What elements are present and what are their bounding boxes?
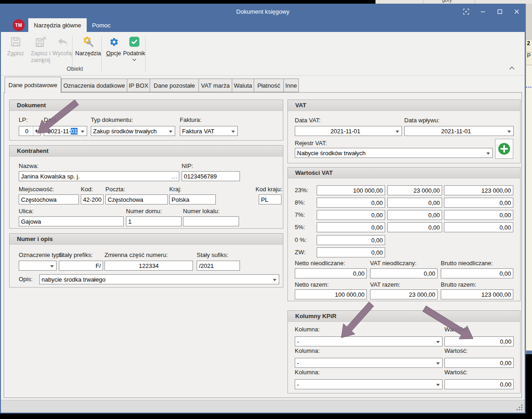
tab-platnosc[interactable]: Płatność (254, 79, 284, 92)
titlebar[interactable]: Dokument księgowy (1, 5, 525, 18)
ulica-input[interactable]: Gajowa (19, 216, 124, 226)
tab-ip-box[interactable]: IP BOX (127, 79, 150, 92)
browse-button[interactable]: ... (172, 173, 177, 180)
tab-dane-pozostale[interactable]: Dane pozostałe (150, 79, 199, 92)
vat23-brutto-input[interactable]: 123 000,00 (444, 185, 513, 195)
minimize-icon[interactable] (479, 8, 486, 15)
vat8-netto-input[interactable]: 0,00 (317, 198, 385, 208)
kolumna-select-1[interactable]: - (295, 336, 443, 346)
data-date-picker[interactable]: 2021-11-01 (44, 126, 87, 136)
tab-oznaczenia-dodatkowe[interactable]: Oznaczenia dodatkowe (61, 79, 127, 92)
data-vat-value: 2021-11-01 (330, 128, 360, 135)
ribbon-tab-narzedzia-glowne[interactable]: Narzędzia główne (28, 18, 87, 32)
netto-nieodliczane-label: Netto nieodliczane: (295, 260, 345, 267)
netto-razem-label: Netto razem: (295, 281, 329, 288)
kolumna-select-2[interactable]: - (295, 358, 443, 368)
fit-window-icon[interactable] (462, 8, 469, 15)
spinner-arrows-icon[interactable] (33, 126, 40, 136)
plus-icon (497, 142, 511, 156)
wartosc-label: Wartość: (444, 369, 468, 376)
app-logo[interactable]: TM (13, 19, 25, 31)
close-icon[interactable] (513, 8, 520, 15)
vat7-netto-input[interactable]: 0,00 (317, 210, 385, 220)
vat5-netto-input[interactable]: 0,00 (317, 222, 385, 232)
date-text: 2021-11- (47, 128, 71, 135)
data-vat-picker[interactable]: 2021-11-01 (295, 126, 402, 136)
typ-dokumentu-select[interactable]: Zakup środków trwałych (91, 126, 175, 136)
nip-input[interactable]: 0123456789 (182, 171, 240, 181)
kod-kraju-input[interactable]: PL (259, 194, 282, 204)
brutto-nieodliczane-input[interactable]: 0,00 (441, 268, 513, 278)
vat23-vat-input[interactable]: 23 000,00 (387, 185, 442, 195)
vat8-vat-input[interactable]: 0,00 (387, 198, 442, 208)
ulica-label: Ulica: (19, 208, 34, 215)
oznaczenie-typu-select[interactable] (19, 261, 57, 271)
data-vat-label: Data VAT: (295, 117, 321, 124)
group-kontrahent-header: Kontrahent (10, 146, 283, 157)
group-dokument: Dokument LP: 0 Data: 2021-11-01 Typ doku… (9, 100, 283, 141)
wartosc-input-2[interactable]: 0,00 (444, 358, 514, 368)
tab-vat-marza[interactable]: VAT marża (198, 79, 232, 92)
vat0-netto-input[interactable]: 0,00 (317, 235, 385, 245)
faktura-select[interactable]: Faktura VAT (180, 126, 238, 136)
chevron-down-icon (436, 362, 440, 367)
numer-domu-value: 1 (128, 218, 131, 225)
nazwa-input[interactable]: Janina Kowalska sp. j. ... (19, 171, 179, 181)
numer-domu-input[interactable]: 1 (126, 216, 182, 226)
vat23-netto-input[interactable]: 100 000,00 (317, 185, 385, 195)
numer-lokalu-input[interactable] (183, 216, 239, 226)
zmienna-czesc-input[interactable]: 122334 (104, 261, 193, 271)
vat5-vat-input[interactable]: 0,00 (387, 222, 442, 232)
nazwa-value: Janina Kowalska sp. j. (21, 173, 80, 180)
vat-razem-input[interactable]: 23 000,00 (370, 289, 438, 299)
background-band (526, 351, 532, 354)
maximize-icon[interactable] (496, 8, 503, 15)
vat8-brutto-input[interactable]: 0,00 (444, 198, 513, 208)
numer-domu-label: Numer domu: (126, 208, 162, 215)
lp-spinner[interactable]: 0 (19, 126, 41, 136)
miejscowosc-input[interactable]: Częstochowa (19, 194, 79, 204)
background-grid-cell: P (526, 52, 532, 65)
resize-grip[interactable] (516, 404, 522, 410)
staly-sufiks-input[interactable]: /2021 (197, 261, 240, 271)
vat-rate-label: 5%: (295, 224, 305, 230)
status-bar (1, 400, 525, 413)
ribbon-tab-pomoc[interactable]: Pomoc (87, 18, 116, 32)
wartosc-input-3[interactable]: 0,00 (444, 379, 514, 389)
kod-input[interactable]: 42-200 (81, 194, 104, 204)
vat7-vat-input[interactable]: 0,00 (387, 210, 442, 220)
chevron-down-icon (486, 152, 490, 157)
kod-kraju-value: PL (261, 196, 268, 203)
group-numer-i-opis: Numer i opis Oznaczenie typu: Stały pref… (9, 233, 283, 288)
zmienna-czesc-label: Zmienna część numeru: (104, 251, 168, 258)
netto-razem-input[interactable]: 100 000,00 (295, 289, 367, 299)
rejestr-vat-select[interactable]: Nabycie środków trwałych (295, 148, 493, 158)
add-register-button[interactable] (495, 139, 513, 159)
oznaczenie-typu-label: Oznaczenie typu: (19, 251, 64, 258)
tab-inne[interactable]: Inne (283, 79, 299, 92)
wartosc-input-1[interactable]: 0,00 (444, 336, 514, 346)
data-wplywu-picker[interactable]: 2021-11-01 (404, 126, 514, 136)
kolumna-select-3[interactable]: - (295, 379, 443, 389)
vat-zw-netto-input[interactable]: 0,00 (317, 247, 385, 257)
opis-select[interactable]: nabycie środka trwałego (39, 274, 279, 284)
group-kontrahent: Kontrahent Nazwa: Janina Kowalska sp. j.… (9, 145, 283, 229)
kraj-label: Kraj: (169, 186, 182, 193)
staly-sufiks-label: Stały sufiks: (197, 251, 228, 258)
collapse-ribbon-button[interactable] (509, 64, 516, 69)
poczta-input[interactable]: Częstochowa (105, 194, 168, 204)
staly-sufiks-value: /2021 (199, 262, 214, 269)
vat-zero-label: 0 %: (295, 236, 307, 243)
vat7-brutto-input[interactable]: 0,00 (444, 210, 513, 220)
options-gear-icon (108, 36, 120, 48)
ribbon: Zapisz Zapisz izamknij Wycofaj Narzędzia… (1, 32, 525, 76)
tab-waluta[interactable]: Waluta (232, 79, 254, 92)
vat-nieodliczany-input[interactable]: 0,00 (370, 268, 438, 278)
staly-prefiks-input[interactable]: F/ (59, 261, 103, 271)
brutto-razem-input[interactable]: 123 000,00 (441, 289, 513, 299)
opis-label: Opis: (19, 276, 32, 283)
tab-dane-podstawowe[interactable]: Dane podstawowe (5, 77, 61, 93)
kraj-input[interactable]: Polska (169, 194, 216, 204)
netto-nieodliczane-input[interactable]: 0,00 (295, 268, 367, 278)
vat5-brutto-input[interactable]: 0,00 (444, 222, 513, 232)
